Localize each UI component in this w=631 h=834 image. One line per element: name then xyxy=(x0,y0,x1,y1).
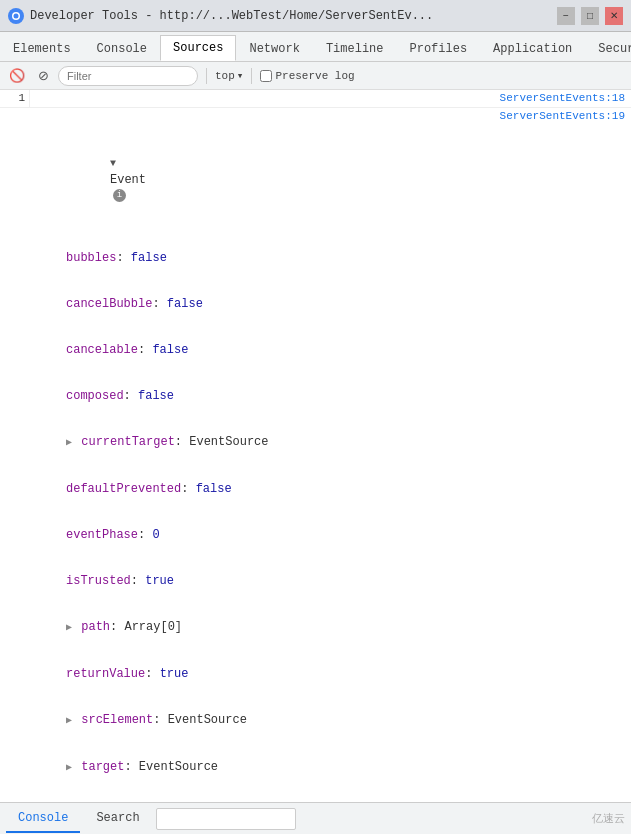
tab-network[interactable]: Network xyxy=(236,35,312,61)
path-arrow[interactable]: ▶ xyxy=(66,622,72,633)
currentTarget-arrow[interactable]: ▶ xyxy=(66,437,72,448)
field-path-val: Array[0] xyxy=(124,620,182,634)
field-returnValue-val: true xyxy=(160,667,189,681)
log-entry-event: 1 ▼ Event i bubbles: false cancelBubble:… xyxy=(0,108,631,802)
field-srcElement-val: EventSource xyxy=(168,713,247,727)
field-isTrusted-val: true xyxy=(145,574,174,588)
field-composed-key: composed xyxy=(66,389,124,403)
level-label: top xyxy=(215,70,235,82)
field-bubbles-key: bubbles xyxy=(66,251,116,265)
event-expand-arrow[interactable]: ▼ xyxy=(110,158,116,169)
field-isTrusted-key: isTrusted xyxy=(66,574,131,588)
field-eventPhase-key: eventPhase xyxy=(66,528,138,542)
title-bar-title: Developer Tools - http://...WebTest/Home… xyxy=(30,9,557,23)
field-currentTarget-key: currentTarget xyxy=(81,435,175,449)
field-cancelBubble-val: false xyxy=(167,297,203,311)
watermark-logo: 亿速云 xyxy=(592,811,625,826)
tab-profiles[interactable]: Profiles xyxy=(396,35,480,61)
field-target-val: EventSource xyxy=(139,760,218,774)
field-srcElement-key: srcElement xyxy=(81,713,153,727)
bottom-search-input[interactable] xyxy=(156,808,296,830)
chrome-icon xyxy=(8,8,24,24)
toolbar-separator-2 xyxy=(251,68,252,84)
log-line-number-1[interactable]: 1 xyxy=(0,90,30,107)
bottom-tab-search[interactable]: Search xyxy=(84,805,151,833)
maximize-button[interactable]: □ xyxy=(581,7,599,25)
field-returnValue-key: returnValue xyxy=(66,667,145,681)
log-entry-1: 1 ServerSentEvents:18 xyxy=(0,90,631,108)
preserve-log-label[interactable]: Preserve log xyxy=(260,70,354,82)
tab-elements[interactable]: Elements xyxy=(0,35,84,61)
svg-point-2 xyxy=(14,13,19,18)
preserve-log-text: Preserve log xyxy=(275,70,354,82)
bottom-tab-console[interactable]: Console xyxy=(6,805,80,833)
log-content-1 xyxy=(30,90,471,107)
tab-timeline[interactable]: Timeline xyxy=(313,35,397,61)
field-bubbles-val: false xyxy=(131,251,167,265)
minimize-button[interactable]: − xyxy=(557,7,575,25)
field-cancelable-key: cancelable xyxy=(66,343,138,357)
tab-console[interactable]: Console xyxy=(84,35,160,61)
field-cancelable-val: false xyxy=(152,343,188,357)
console-toolbar: 🚫 ⊘ top ▾ Preserve log xyxy=(0,62,631,90)
event-type-label: Event xyxy=(110,173,153,187)
field-cancelBubble-key: cancelBubble xyxy=(66,297,152,311)
log-source-1[interactable]: ServerSentEvents:18 xyxy=(471,90,631,107)
log-source-event[interactable]: ServerSentEvents:19 xyxy=(471,108,631,124)
target-arrow[interactable]: ▶ xyxy=(66,762,72,773)
field-currentTarget-val: EventSource xyxy=(189,435,268,449)
clear-console-button[interactable]: 🚫 xyxy=(6,65,28,87)
console-output: 1 ServerSentEvents:18 1 ▼ Event i bubble… xyxy=(0,90,631,802)
field-defaultPrevented-key: defaultPrevented xyxy=(66,482,181,496)
field-composed-val: false xyxy=(138,389,174,403)
field-path-key: path xyxy=(81,620,110,634)
field-defaultPrevented-val: false xyxy=(196,482,232,496)
srcElement-arrow[interactable]: ▶ xyxy=(66,715,72,726)
info-badge-event[interactable]: i xyxy=(113,189,126,202)
title-bar: Developer Tools - http://...WebTest/Home… xyxy=(0,0,631,32)
tab-sources[interactable]: Sources xyxy=(160,35,236,61)
filter-input[interactable] xyxy=(58,66,198,86)
tab-application[interactable]: Application xyxy=(480,35,585,61)
chevron-down-icon: ▾ xyxy=(237,69,244,82)
field-target-key: target xyxy=(81,760,124,774)
filter-toggle-button[interactable]: ⊘ xyxy=(32,65,54,87)
toolbar-separator xyxy=(206,68,207,84)
close-button[interactable]: ✕ xyxy=(605,7,623,25)
title-bar-controls: − □ ✕ xyxy=(557,7,623,25)
main-tab-bar: Elements Console Sources Network Timelin… xyxy=(0,32,631,62)
field-eventPhase-val: 0 xyxy=(152,528,159,542)
log-content-event: ▼ Event i bubbles: false cancelBubble: f… xyxy=(30,108,471,802)
bottom-bar: Console Search 亿速云 xyxy=(0,802,631,834)
preserve-log-checkbox[interactable] xyxy=(260,70,272,82)
tab-security[interactable]: Security xyxy=(585,35,631,61)
level-dropdown[interactable]: top ▾ xyxy=(215,69,243,82)
